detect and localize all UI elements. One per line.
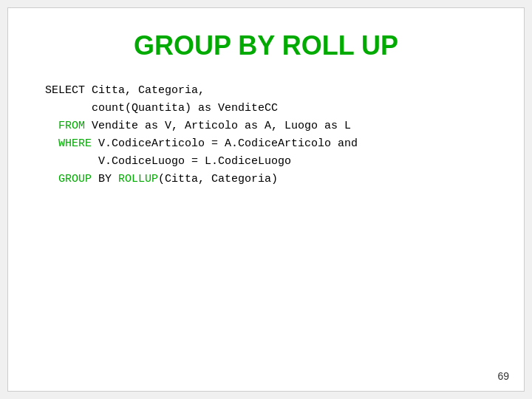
code-line-5: V.CodiceLuogo = L.CodiceLuogo bbox=[45, 153, 487, 171]
code-block: SELECT Citta, Categoria, count(Quantita)… bbox=[45, 82, 487, 188]
code-line-6: GROUP BY ROLLUP(Citta, Categoria) bbox=[45, 171, 487, 188]
code-line-3: FROM Vendite as V, Articolo as A, Luogo … bbox=[45, 117, 487, 135]
slide: GROUP BY ROLL UP SELECT Citta, Categoria… bbox=[7, 7, 525, 392]
code-line-4: WHERE V.CodiceArticolo = A.CodiceArticol… bbox=[45, 135, 487, 153]
code-line-1: SELECT Citta, Categoria, bbox=[45, 82, 487, 100]
slide-title: GROUP BY ROLL UP bbox=[45, 30, 487, 61]
page-number: 69 bbox=[497, 370, 509, 382]
code-line-2: count(Quantita) as VenditeCC bbox=[45, 100, 487, 117]
